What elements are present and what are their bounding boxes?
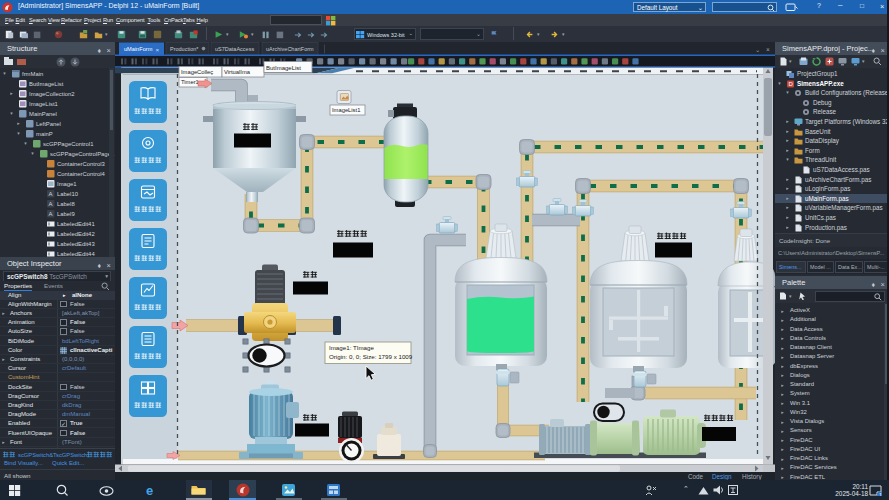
svg-text:D: D	[789, 81, 794, 87]
svg-text:1: 1	[879, 491, 882, 496]
svg-text:×: ×	[156, 46, 160, 53]
svg-text:Code: Code	[688, 473, 704, 480]
svg-text:History: History	[742, 473, 762, 480]
svg-text:ImageColleç: ImageColleç	[181, 69, 213, 75]
svg-text:A: A	[49, 201, 53, 207]
svg-text:A: A	[49, 211, 53, 217]
svg-text:⌄: ⌄	[755, 46, 760, 53]
svg-text:A: A	[49, 191, 53, 197]
svg-text:ImageList1: ImageList1	[332, 107, 360, 113]
svg-text:Timer1: Timer1	[181, 79, 199, 85]
svg-text:VirtualIma: VirtualIma	[224, 69, 251, 75]
svg-text:Design: Design	[712, 473, 732, 480]
svg-text:scGPSwitch&TscGPSwitch: scGPSwitch&TscGPSwitch	[18, 452, 87, 458]
svg-text:×: ×	[766, 46, 770, 53]
svg-text:Image1: TImage: Image1: TImage	[329, 344, 374, 351]
svg-text:Production*: Production*	[170, 46, 199, 52]
svg-text:uMainForm: uMainForm	[124, 46, 153, 52]
svg-text:ButImageList: ButImageList	[266, 65, 301, 71]
svg-text:uArchiveChartForm: uArchiveChartForm	[266, 46, 314, 52]
svg-text:Origin: 0, 0; Size: 1799 x 100: Origin: 0, 0; Size: 1799 x 1009	[329, 353, 413, 360]
svg-text:uS7DataAccess: uS7DataAccess	[215, 46, 254, 52]
